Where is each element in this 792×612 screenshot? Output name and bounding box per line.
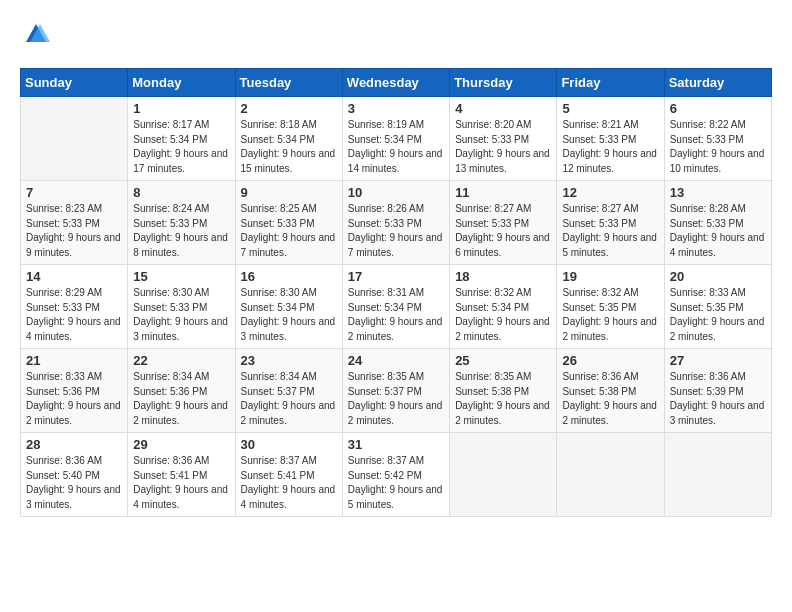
day-number: 23 bbox=[241, 353, 337, 368]
day-of-week-header: Thursday bbox=[450, 69, 557, 97]
day-info: Sunrise: 8:24 AM Sunset: 5:33 PM Dayligh… bbox=[133, 202, 229, 260]
day-of-week-header: Friday bbox=[557, 69, 664, 97]
calendar-week-row: 14Sunrise: 8:29 AM Sunset: 5:33 PM Dayli… bbox=[21, 265, 772, 349]
day-info: Sunrise: 8:32 AM Sunset: 5:34 PM Dayligh… bbox=[455, 286, 551, 344]
day-number: 5 bbox=[562, 101, 658, 116]
day-info: Sunrise: 8:36 AM Sunset: 5:38 PM Dayligh… bbox=[562, 370, 658, 428]
day-number: 21 bbox=[26, 353, 122, 368]
page-header bbox=[20, 20, 772, 52]
calendar-cell: 31Sunrise: 8:37 AM Sunset: 5:42 PM Dayli… bbox=[342, 433, 449, 517]
calendar-cell: 14Sunrise: 8:29 AM Sunset: 5:33 PM Dayli… bbox=[21, 265, 128, 349]
day-info: Sunrise: 8:27 AM Sunset: 5:33 PM Dayligh… bbox=[562, 202, 658, 260]
day-info: Sunrise: 8:18 AM Sunset: 5:34 PM Dayligh… bbox=[241, 118, 337, 176]
calendar-cell: 16Sunrise: 8:30 AM Sunset: 5:34 PM Dayli… bbox=[235, 265, 342, 349]
day-number: 14 bbox=[26, 269, 122, 284]
day-number: 13 bbox=[670, 185, 766, 200]
calendar-cell: 26Sunrise: 8:36 AM Sunset: 5:38 PM Dayli… bbox=[557, 349, 664, 433]
day-info: Sunrise: 8:28 AM Sunset: 5:33 PM Dayligh… bbox=[670, 202, 766, 260]
day-info: Sunrise: 8:20 AM Sunset: 5:33 PM Dayligh… bbox=[455, 118, 551, 176]
day-info: Sunrise: 8:25 AM Sunset: 5:33 PM Dayligh… bbox=[241, 202, 337, 260]
day-number: 16 bbox=[241, 269, 337, 284]
calendar-cell: 12Sunrise: 8:27 AM Sunset: 5:33 PM Dayli… bbox=[557, 181, 664, 265]
calendar-table: SundayMondayTuesdayWednesdayThursdayFrid… bbox=[20, 68, 772, 517]
day-info: Sunrise: 8:19 AM Sunset: 5:34 PM Dayligh… bbox=[348, 118, 444, 176]
calendar-cell: 23Sunrise: 8:34 AM Sunset: 5:37 PM Dayli… bbox=[235, 349, 342, 433]
day-info: Sunrise: 8:36 AM Sunset: 5:39 PM Dayligh… bbox=[670, 370, 766, 428]
day-of-week-header: Tuesday bbox=[235, 69, 342, 97]
day-number: 11 bbox=[455, 185, 551, 200]
calendar-cell: 19Sunrise: 8:32 AM Sunset: 5:35 PM Dayli… bbox=[557, 265, 664, 349]
day-info: Sunrise: 8:26 AM Sunset: 5:33 PM Dayligh… bbox=[348, 202, 444, 260]
calendar-cell: 25Sunrise: 8:35 AM Sunset: 5:38 PM Dayli… bbox=[450, 349, 557, 433]
day-info: Sunrise: 8:29 AM Sunset: 5:33 PM Dayligh… bbox=[26, 286, 122, 344]
calendar-cell: 30Sunrise: 8:37 AM Sunset: 5:41 PM Dayli… bbox=[235, 433, 342, 517]
day-number: 28 bbox=[26, 437, 122, 452]
calendar-cell: 27Sunrise: 8:36 AM Sunset: 5:39 PM Dayli… bbox=[664, 349, 771, 433]
day-info: Sunrise: 8:34 AM Sunset: 5:37 PM Dayligh… bbox=[241, 370, 337, 428]
day-number: 26 bbox=[562, 353, 658, 368]
calendar-cell: 9Sunrise: 8:25 AM Sunset: 5:33 PM Daylig… bbox=[235, 181, 342, 265]
calendar-week-row: 7Sunrise: 8:23 AM Sunset: 5:33 PM Daylig… bbox=[21, 181, 772, 265]
calendar-week-row: 21Sunrise: 8:33 AM Sunset: 5:36 PM Dayli… bbox=[21, 349, 772, 433]
day-number: 29 bbox=[133, 437, 229, 452]
calendar-cell bbox=[664, 433, 771, 517]
day-number: 7 bbox=[26, 185, 122, 200]
day-info: Sunrise: 8:35 AM Sunset: 5:38 PM Dayligh… bbox=[455, 370, 551, 428]
day-of-week-header: Sunday bbox=[21, 69, 128, 97]
calendar-cell bbox=[21, 97, 128, 181]
calendar-cell: 15Sunrise: 8:30 AM Sunset: 5:33 PM Dayli… bbox=[128, 265, 235, 349]
day-number: 20 bbox=[670, 269, 766, 284]
calendar-cell: 1Sunrise: 8:17 AM Sunset: 5:34 PM Daylig… bbox=[128, 97, 235, 181]
day-number: 19 bbox=[562, 269, 658, 284]
calendar-cell: 2Sunrise: 8:18 AM Sunset: 5:34 PM Daylig… bbox=[235, 97, 342, 181]
day-info: Sunrise: 8:35 AM Sunset: 5:37 PM Dayligh… bbox=[348, 370, 444, 428]
day-info: Sunrise: 8:36 AM Sunset: 5:41 PM Dayligh… bbox=[133, 454, 229, 512]
calendar-cell: 22Sunrise: 8:34 AM Sunset: 5:36 PM Dayli… bbox=[128, 349, 235, 433]
day-number: 4 bbox=[455, 101, 551, 116]
calendar-cell: 7Sunrise: 8:23 AM Sunset: 5:33 PM Daylig… bbox=[21, 181, 128, 265]
day-number: 30 bbox=[241, 437, 337, 452]
day-of-week-header: Saturday bbox=[664, 69, 771, 97]
day-number: 6 bbox=[670, 101, 766, 116]
calendar-cell bbox=[557, 433, 664, 517]
calendar-cell bbox=[450, 433, 557, 517]
day-number: 24 bbox=[348, 353, 444, 368]
day-info: Sunrise: 8:23 AM Sunset: 5:33 PM Dayligh… bbox=[26, 202, 122, 260]
day-info: Sunrise: 8:33 AM Sunset: 5:35 PM Dayligh… bbox=[670, 286, 766, 344]
calendar-cell: 4Sunrise: 8:20 AM Sunset: 5:33 PM Daylig… bbox=[450, 97, 557, 181]
day-info: Sunrise: 8:34 AM Sunset: 5:36 PM Dayligh… bbox=[133, 370, 229, 428]
calendar-cell: 17Sunrise: 8:31 AM Sunset: 5:34 PM Dayli… bbox=[342, 265, 449, 349]
day-info: Sunrise: 8:27 AM Sunset: 5:33 PM Dayligh… bbox=[455, 202, 551, 260]
day-number: 9 bbox=[241, 185, 337, 200]
day-info: Sunrise: 8:17 AM Sunset: 5:34 PM Dayligh… bbox=[133, 118, 229, 176]
calendar-cell: 3Sunrise: 8:19 AM Sunset: 5:34 PM Daylig… bbox=[342, 97, 449, 181]
day-number: 15 bbox=[133, 269, 229, 284]
calendar-cell: 8Sunrise: 8:24 AM Sunset: 5:33 PM Daylig… bbox=[128, 181, 235, 265]
calendar-cell: 11Sunrise: 8:27 AM Sunset: 5:33 PM Dayli… bbox=[450, 181, 557, 265]
day-info: Sunrise: 8:33 AM Sunset: 5:36 PM Dayligh… bbox=[26, 370, 122, 428]
calendar-week-row: 28Sunrise: 8:36 AM Sunset: 5:40 PM Dayli… bbox=[21, 433, 772, 517]
day-number: 27 bbox=[670, 353, 766, 368]
day-number: 8 bbox=[133, 185, 229, 200]
day-number: 17 bbox=[348, 269, 444, 284]
day-info: Sunrise: 8:31 AM Sunset: 5:34 PM Dayligh… bbox=[348, 286, 444, 344]
day-number: 2 bbox=[241, 101, 337, 116]
day-info: Sunrise: 8:30 AM Sunset: 5:33 PM Dayligh… bbox=[133, 286, 229, 344]
day-number: 18 bbox=[455, 269, 551, 284]
day-of-week-header: Wednesday bbox=[342, 69, 449, 97]
day-info: Sunrise: 8:21 AM Sunset: 5:33 PM Dayligh… bbox=[562, 118, 658, 176]
day-number: 12 bbox=[562, 185, 658, 200]
day-number: 3 bbox=[348, 101, 444, 116]
day-number: 1 bbox=[133, 101, 229, 116]
calendar-cell: 28Sunrise: 8:36 AM Sunset: 5:40 PM Dayli… bbox=[21, 433, 128, 517]
calendar-cell: 18Sunrise: 8:32 AM Sunset: 5:34 PM Dayli… bbox=[450, 265, 557, 349]
day-number: 25 bbox=[455, 353, 551, 368]
calendar-cell: 20Sunrise: 8:33 AM Sunset: 5:35 PM Dayli… bbox=[664, 265, 771, 349]
day-info: Sunrise: 8:36 AM Sunset: 5:40 PM Dayligh… bbox=[26, 454, 122, 512]
calendar-cell: 5Sunrise: 8:21 AM Sunset: 5:33 PM Daylig… bbox=[557, 97, 664, 181]
day-info: Sunrise: 8:30 AM Sunset: 5:34 PM Dayligh… bbox=[241, 286, 337, 344]
calendar-cell: 13Sunrise: 8:28 AM Sunset: 5:33 PM Dayli… bbox=[664, 181, 771, 265]
day-number: 10 bbox=[348, 185, 444, 200]
day-of-week-header: Monday bbox=[128, 69, 235, 97]
day-number: 31 bbox=[348, 437, 444, 452]
